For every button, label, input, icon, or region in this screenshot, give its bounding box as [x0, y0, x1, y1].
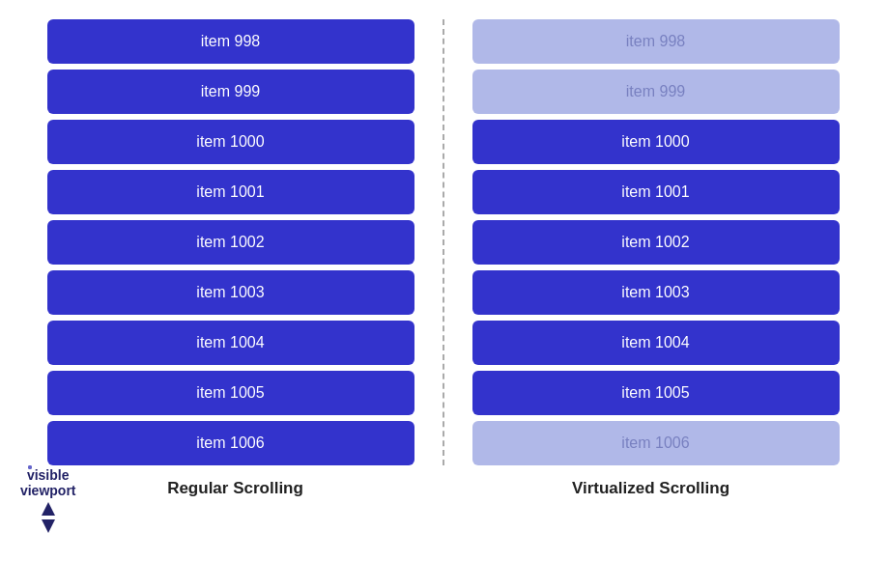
left-item-1004: item 1004: [47, 321, 414, 365]
label-virtualized: Virtualized Scrolling: [443, 479, 859, 498]
column-divider: [443, 19, 444, 465]
right-item-1005: item 1005: [472, 371, 840, 415]
left-item-1002: item 1002: [47, 220, 414, 265]
cols-wrapper: item 998item 999item 1000item 1001item 1…: [28, 19, 859, 465]
right-item-1001: item 1001: [472, 170, 840, 214]
labels-row: Regular Scrolling Virtualized Scrolling: [28, 479, 859, 498]
left-item-1005: item 1005: [47, 371, 414, 415]
left-item-999: item 999: [47, 70, 414, 114]
right-item-1006: item 1006: [472, 421, 840, 465]
right-item-1002: item 1002: [472, 220, 840, 265]
right-item-998: item 998: [472, 19, 840, 64]
label-regular: Regular Scrolling: [28, 479, 443, 498]
col-right-virtualized: item 998item 999item 1000item 1001item 1…: [443, 19, 859, 465]
left-item-1000: item 1000: [47, 120, 414, 164]
left-item-1001: item 1001: [47, 170, 414, 214]
left-item-1006: item 1006: [47, 421, 414, 465]
right-item-1003: item 1003: [472, 270, 840, 315]
left-item-998: item 998: [47, 19, 414, 64]
left-item-1003: item 1003: [47, 270, 414, 315]
right-item-1004: item 1004: [472, 321, 840, 365]
col-left-regular: item 998item 999item 1000item 1001item 1…: [28, 19, 443, 465]
right-item-1000: item 1000: [472, 120, 840, 164]
right-item-999: item 999: [472, 70, 840, 114]
diagram-container: item 998item 999item 1000item 1001item 1…: [28, 19, 859, 570]
inner-layout: item 998item 999item 1000item 1001item 1…: [28, 19, 859, 465]
